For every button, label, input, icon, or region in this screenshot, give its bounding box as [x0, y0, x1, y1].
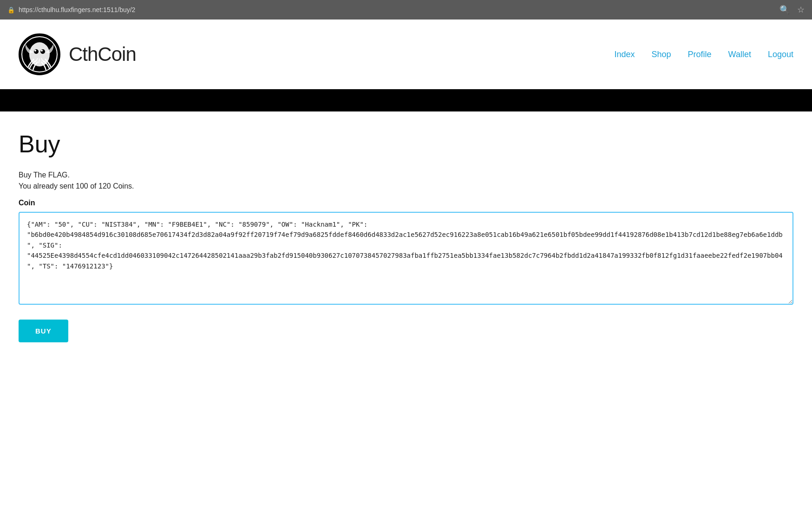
svg-point-5	[41, 50, 43, 52]
browser-bar: 🔒 https://cthulhu.fluxfingers.net:1511/b…	[0, 0, 812, 20]
bookmark-icon[interactable]: ☆	[797, 5, 805, 15]
search-icon[interactable]: 🔍	[779, 5, 790, 15]
svg-point-3	[40, 49, 45, 54]
subtitle-text: Buy The FLAG.	[19, 171, 793, 179]
logo-icon	[19, 33, 60, 75]
nav-index[interactable]: Index	[614, 50, 635, 59]
page-title: Buy	[19, 130, 793, 158]
main-content: Buy Buy The FLAG. You already sent 100 o…	[0, 130, 812, 370]
svg-point-1	[29, 42, 50, 66]
lock-icon: 🔒	[7, 7, 15, 13]
nav-profile[interactable]: Profile	[688, 50, 712, 59]
url-bar: 🔒 https://cthulhu.fluxfingers.net:1511/b…	[7, 6, 135, 13]
coin-textarea[interactable]	[19, 212, 793, 305]
browser-actions: 🔍 ☆	[779, 5, 805, 15]
header: CthCoin Index Shop Profile Wallet Logout	[0, 20, 812, 89]
nav-logout[interactable]: Logout	[768, 50, 793, 59]
coin-field-label: Coin	[19, 199, 793, 207]
logo-svg	[21, 36, 58, 73]
svg-point-4	[34, 50, 36, 52]
svg-point-2	[34, 49, 39, 54]
coin-count-text: You already sent 100 of 120 Coins.	[19, 182, 793, 190]
nav-wallet[interactable]: Wallet	[728, 50, 751, 59]
buy-button[interactable]: BUY	[19, 320, 68, 342]
logo-area: CthCoin	[19, 33, 136, 75]
url-text: https://cthulhu.fluxfingers.net:1511/buy…	[19, 6, 135, 13]
logo-text: CthCoin	[69, 43, 136, 65]
nav-shop[interactable]: Shop	[652, 50, 671, 59]
black-banner	[0, 89, 812, 111]
main-nav: Index Shop Profile Wallet Logout	[614, 50, 793, 59]
